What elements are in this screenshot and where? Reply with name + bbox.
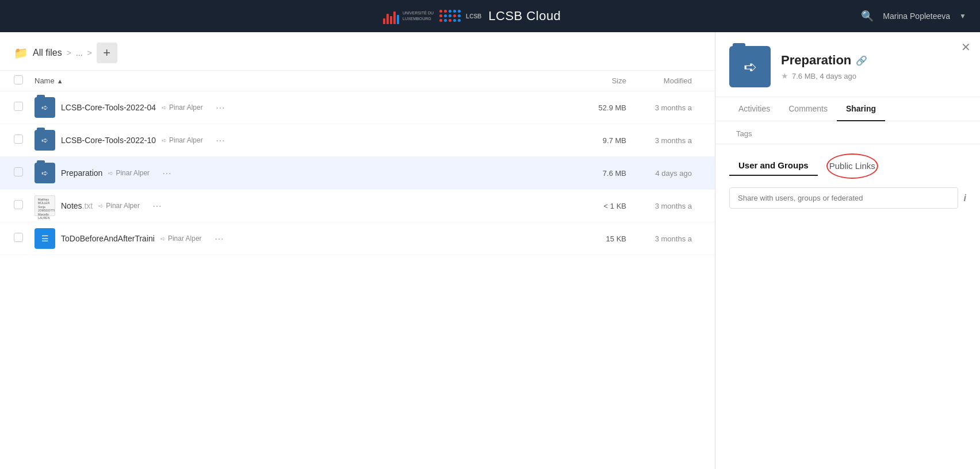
- panel-link-icon[interactable]: 🔗: [856, 55, 867, 66]
- shared-folder-icon: ➪: [35, 163, 55, 183]
- table-row[interactable]: ➪ Preparation ➪ Pinar Alper ⋯ 7.6 MB 4 d…: [0, 157, 715, 190]
- share-icon: ➪: [162, 104, 167, 112]
- top-navigation: UNIVERSITÉ DU LUXEMBOURG: [0, 0, 980, 32]
- share-info: ➪ Pinar Alper: [98, 202, 140, 210]
- share-info: ➪ Pinar Alper: [162, 136, 203, 144]
- file-name: LCSB-Core-Tools-2022-10: [61, 136, 156, 145]
- share-icon: ➪: [98, 202, 104, 210]
- row-checkbox[interactable]: [14, 102, 23, 111]
- sort-asc-icon: ▲: [57, 78, 63, 84]
- file-modified: 3 months a: [626, 103, 701, 112]
- app-logo-area: UNIVERSITÉ DU LUXEMBOURG: [383, 8, 561, 24]
- table-row[interactable]: ➪ LCSB-Core-Tools-2022-10 ➪ Pinar Alper …: [0, 124, 715, 157]
- table-row[interactable]: ➪ LCSB-Core-Tools-2022-04 ➪ Pinar Alper …: [0, 91, 715, 124]
- more-options-button[interactable]: ⋯: [162, 168, 171, 179]
- file-name: LCSB-Core-Tools-2022-04: [61, 103, 156, 112]
- user-dropdown-icon[interactable]: ▼: [959, 12, 966, 20]
- tab-sharing[interactable]: Sharing: [837, 97, 885, 121]
- share-with-input[interactable]: [729, 187, 958, 209]
- share-info: ➪ Pinar Alper: [108, 169, 150, 177]
- size-column-header: Size: [569, 76, 626, 85]
- right-panel: ✕ ➪ Preparation 🔗 ★ 7.6 MB, 4 days ago A…: [715, 32, 980, 469]
- more-options-button[interactable]: ⋯: [216, 135, 225, 146]
- panel-tags-subtab-area: Tags: [715, 121, 980, 144]
- file-name: Preparation: [61, 168, 102, 178]
- shared-by: Pinar Alper: [169, 103, 203, 112]
- panel-meta: ★ 7.6 MB, 4 days ago: [781, 71, 867, 80]
- file-modified: 3 months a: [626, 234, 701, 243]
- share-icon: ➪: [160, 235, 166, 243]
- doc-symbol: ☰: [41, 234, 49, 243]
- panel-folder-name: Preparation 🔗: [781, 53, 867, 68]
- share-input-row: i: [729, 187, 966, 209]
- logo: UNIVERSITÉ DU LUXEMBOURG: [383, 8, 481, 24]
- panel-share-symbol: ➪: [744, 57, 757, 76]
- select-all-checkbox[interactable]: [14, 75, 23, 84]
- name-column-header[interactable]: Name ▲: [35, 76, 569, 85]
- breadcrumb-chevron2: >: [87, 48, 92, 57]
- folder-icon: 📁: [14, 46, 28, 60]
- shared-by: Pinar Alper: [168, 234, 202, 243]
- file-list-header: Name ▲ Size Modified: [0, 71, 715, 91]
- share-icon: ➪: [162, 137, 167, 144]
- txt-file-thumbnail: Matthias MÜLLER Sonja JOMSDOTTI Marcello…: [35, 195, 55, 216]
- modified-column-header: Modified: [626, 76, 701, 85]
- breadcrumb: 📁 All files > ... > +: [0, 32, 715, 71]
- lcsb-logo-dots: [439, 10, 461, 22]
- star-icon[interactable]: ★: [781, 71, 788, 80]
- user-menu[interactable]: Marina Popleteeva: [883, 11, 950, 21]
- panel-close-button[interactable]: ✕: [961, 40, 971, 54]
- doc-file-icon: ☰: [35, 228, 55, 249]
- share-info: ➪ Pinar Alper: [160, 234, 202, 243]
- panel-sharing-content: User and Groups Public Links i: [715, 144, 980, 469]
- share-info: ➪ Pinar Alper: [162, 103, 203, 112]
- shared-by: Pinar Alper: [106, 202, 140, 210]
- file-modified: 3 months a: [626, 202, 701, 210]
- share-symbol: ➪: [41, 168, 48, 178]
- breadcrumb-ellipsis: ...: [76, 48, 83, 57]
- panel-tabs: Activities Comments Sharing: [715, 97, 980, 121]
- file-size: 9.7 MB: [569, 136, 626, 145]
- file-size: 52.9 MB: [569, 103, 626, 112]
- file-size: 7.6 MB: [569, 169, 626, 178]
- subtab-tags[interactable]: Tags: [729, 126, 759, 141]
- file-name: ToDoBeforeAndAfterTraini: [61, 234, 155, 243]
- panel-header-info: Preparation 🔗 ★ 7.6 MB, 4 days ago: [781, 53, 867, 80]
- app-title: LCSB Cloud: [488, 9, 561, 24]
- row-checkbox[interactable]: [14, 134, 23, 144]
- more-options-button[interactable]: ⋯: [216, 102, 225, 113]
- file-modified: 4 days ago: [626, 169, 701, 178]
- row-checkbox[interactable]: [14, 200, 23, 209]
- share-icon: ➪: [108, 170, 113, 177]
- shared-folder-icon: ➪: [35, 97, 55, 118]
- topnav-right-area: 🔍 Marina Popleteeva ▼: [861, 10, 966, 22]
- shared-by: Pinar Alper: [116, 169, 150, 177]
- shared-by: Pinar Alper: [169, 136, 203, 144]
- table-row[interactable]: ☰ ToDoBeforeAndAfterTraini ➪ Pinar Alper…: [0, 222, 715, 255]
- share-info-icon[interactable]: i: [964, 193, 966, 203]
- row-checkbox[interactable]: [14, 167, 23, 176]
- add-new-button[interactable]: +: [97, 43, 117, 63]
- row-checkbox[interactable]: [14, 233, 23, 242]
- share-symbol: ➪: [41, 103, 48, 112]
- tab-activities[interactable]: Activities: [729, 97, 779, 121]
- file-size: 15 KB: [569, 234, 626, 243]
- shared-folder-icon: ➪: [35, 130, 55, 151]
- panel-header: ➪ Preparation 🔗 ★ 7.6 MB, 4 days ago: [715, 32, 980, 97]
- file-modified: 3 months a: [626, 136, 701, 145]
- more-options-button[interactable]: ⋯: [215, 233, 224, 244]
- file-name: Notes.txt: [61, 201, 93, 210]
- panel-folder-icon: ➪: [729, 46, 771, 87]
- search-icon[interactable]: 🔍: [861, 10, 874, 22]
- sharing-tab-public-links[interactable]: Public Links: [820, 156, 885, 175]
- share-symbol: ➪: [41, 136, 48, 145]
- sharing-tab-users-groups[interactable]: User and Groups: [729, 156, 818, 176]
- tab-comments[interactable]: Comments: [779, 97, 837, 121]
- more-options-button[interactable]: ⋯: [152, 201, 162, 212]
- uni-logo: [383, 8, 399, 24]
- file-area: 📁 All files > ... > + Name ▲ Size Modifi…: [0, 32, 715, 469]
- breadcrumb-allfiles[interactable]: All files: [33, 48, 62, 58]
- table-row[interactable]: Matthias MÜLLER Sonja JOMSDOTTI Marcello…: [0, 190, 715, 222]
- main-layout: 📁 All files > ... > + Name ▲ Size Modifi…: [0, 32, 980, 469]
- breadcrumb-chevron: >: [67, 48, 71, 57]
